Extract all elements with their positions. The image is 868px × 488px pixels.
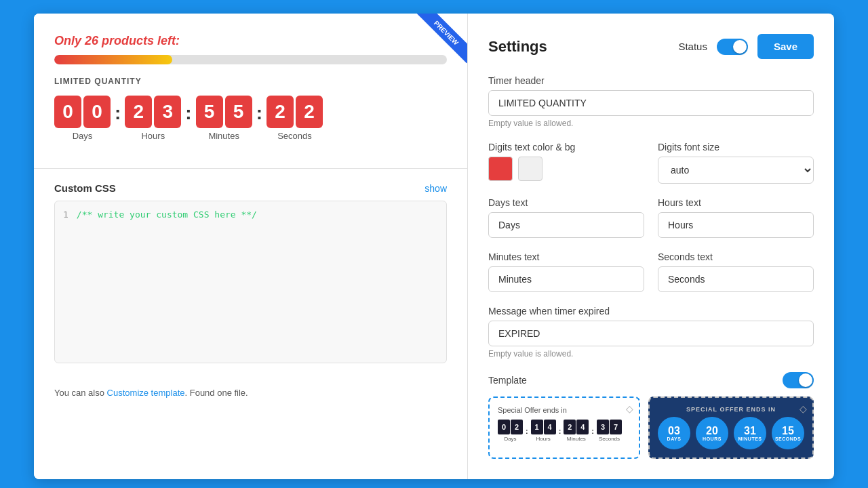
countdown-group-days: 0 0 Days <box>54 96 111 141</box>
dark-group-days: 0 2 Days <box>498 420 523 442</box>
customize-template-link[interactable]: Customize template <box>107 388 185 398</box>
dark-digit-m1: 4 <box>576 420 589 434</box>
footer-text: You can also Customize template. Found o… <box>34 377 467 409</box>
dark-digits-minutes: 2 4 <box>564 420 589 434</box>
template-section: Template ◇ Special Offer ends in 0 2 Da <box>488 372 814 459</box>
digits-hours: 2 3 <box>125 96 181 128</box>
unit-hours: Hours <box>141 131 165 141</box>
sep-1: : <box>115 102 121 124</box>
ribbon-label: PREVIEW <box>416 14 467 63</box>
line-number: 1 <box>63 209 68 220</box>
digit-minutes-1: 5 <box>225 96 252 128</box>
circle-label-hours: HOURS <box>703 436 722 441</box>
countdown-group-minutes: 5 5 Minutes <box>196 96 252 141</box>
sep-3: : <box>256 102 262 124</box>
stock-suffix: products left: <box>98 34 180 47</box>
color-swatch-red[interactable] <box>488 157 513 181</box>
days-text-input[interactable] <box>488 212 644 238</box>
circle-num-minutes: 31 <box>744 426 756 436</box>
status-toggle[interactable] <box>717 39 748 55</box>
minutes-seconds-row: Minutes text Seconds text <box>488 251 814 292</box>
circle-item-minutes: 31 MINUTES <box>734 417 766 449</box>
dark-unit-seconds: Seconds <box>599 436 620 442</box>
countdown-group-hours: 2 3 Hours <box>125 96 181 141</box>
dark-digits-hours: 1 4 <box>531 420 556 434</box>
minutes-text-label: Minutes text <box>488 251 644 262</box>
preview-ribbon: PREVIEW <box>399 14 467 81</box>
countdown-group-seconds: 2 2 Seconds <box>267 96 323 141</box>
custom-css-header: Custom CSS show <box>54 182 447 194</box>
circles-offer-label: SPECIAL OFFER ENDS IN <box>658 406 804 413</box>
footer-prefix: You can also <box>54 388 107 398</box>
line-numbers: 1 <box>63 209 68 354</box>
dark-sep-3: : <box>591 427 594 435</box>
dark-sep-1: : <box>526 427 528 435</box>
circle-num-seconds: 15 <box>782 426 794 436</box>
circle-item-days: 03 DAYS <box>658 417 690 449</box>
circle-item-hours: 20 HOURS <box>696 417 728 449</box>
diamond-icon-circles: ◇ <box>800 403 807 414</box>
digit-hours-0: 2 <box>125 96 152 128</box>
dark-digit-s0: 3 <box>597 420 609 434</box>
digit-seconds-1: 2 <box>296 96 323 128</box>
code-content[interactable]: /** write your custom CSS here **/ <box>77 209 257 354</box>
seconds-text-label: Seconds text <box>658 251 814 262</box>
color-row <box>488 157 644 181</box>
seconds-text-input[interactable] <box>658 266 814 292</box>
dark-group-hours: 1 4 Hours <box>531 420 556 442</box>
dark-unit-days: Days <box>504 436 516 442</box>
digits-seconds: 2 2 <box>267 96 323 128</box>
digits-minutes: 5 5 <box>196 96 252 128</box>
digits-row: Digits text color & bg Digits font size … <box>488 142 814 184</box>
dark-group-minutes: 2 4 Minutes <box>564 420 589 442</box>
right-panel: Settings Status Save Timer header Empty … <box>468 14 834 479</box>
minutes-text-field: Minutes text <box>488 251 644 292</box>
circle-num-hours: 20 <box>706 426 718 436</box>
dark-digits-days: 0 2 <box>498 420 523 434</box>
dark-digit-h0: 1 <box>531 420 543 434</box>
timer-label: LIMITED QUANTITY <box>54 77 447 86</box>
stock-prefix: Only <box>54 34 85 47</box>
preview-section: PREVIEW Only 26 products left: LIMITED Q… <box>34 14 467 169</box>
dark-sep-2: : <box>559 427 561 435</box>
template-toggle[interactable] <box>783 372 814 388</box>
template-header: Template <box>488 372 814 388</box>
header-actions: Status Save <box>678 34 814 59</box>
minutes-text-input[interactable] <box>488 266 644 292</box>
status-label: Status <box>678 41 707 52</box>
template-card-circles[interactable]: ◇ SPECIAL OFFER ENDS IN 03 DAYS 20 <box>648 396 814 459</box>
hours-text-label: Hours text <box>658 197 814 208</box>
hours-text-input[interactable] <box>658 212 814 238</box>
show-link[interactable]: show <box>425 183 447 194</box>
countdown: 0 0 Days : 2 3 Hours : <box>54 96 447 141</box>
sep-2: : <box>185 102 191 124</box>
circle-countdown: 03 DAYS 20 HOURS 31 <box>658 417 804 449</box>
expired-message-field: Message when timer expired Empty value i… <box>488 306 814 359</box>
digits-days: 0 0 <box>54 96 111 128</box>
timer-header-label: Timer header <box>488 75 814 86</box>
color-swatch-light[interactable] <box>518 157 542 181</box>
stock-text: Only 26 products left: <box>54 34 447 48</box>
timer-header-input[interactable] <box>488 90 814 116</box>
settings-header: Settings Status Save <box>488 34 814 59</box>
circle-seconds: 15 SECONDS <box>772 417 804 449</box>
unit-seconds: Seconds <box>277 131 312 141</box>
digits-font-select[interactable]: auto 12px 16px 24px 32px <box>658 157 814 184</box>
expired-hint: Empty value is allowed. <box>488 349 814 359</box>
digit-days-1: 0 <box>83 96 111 128</box>
expired-input[interactable] <box>488 321 814 346</box>
custom-css-section: Custom CSS show 1 /** write your custom … <box>34 169 467 377</box>
save-button[interactable]: Save <box>757 34 814 59</box>
template-grid: ◇ Special Offer ends in 0 2 Days : <box>488 396 814 459</box>
code-editor[interactable]: 1 /** write your custom CSS here **/ <box>54 201 447 363</box>
template-card-dark[interactable]: ◇ Special Offer ends in 0 2 Days : <box>488 396 640 459</box>
expired-label: Message when timer expired <box>488 306 814 317</box>
dark-countdown: 0 2 Days : 1 4 Hours <box>498 420 631 442</box>
dark-digit-m0: 2 <box>564 420 576 434</box>
circle-label-minutes: MINUTES <box>738 436 762 441</box>
footer-suffix: . Found one file. <box>184 388 248 398</box>
dark-digit-h1: 4 <box>544 420 556 434</box>
digit-seconds-0: 2 <box>267 96 294 128</box>
progress-bar-container <box>54 55 447 64</box>
unit-days: Days <box>73 131 93 141</box>
